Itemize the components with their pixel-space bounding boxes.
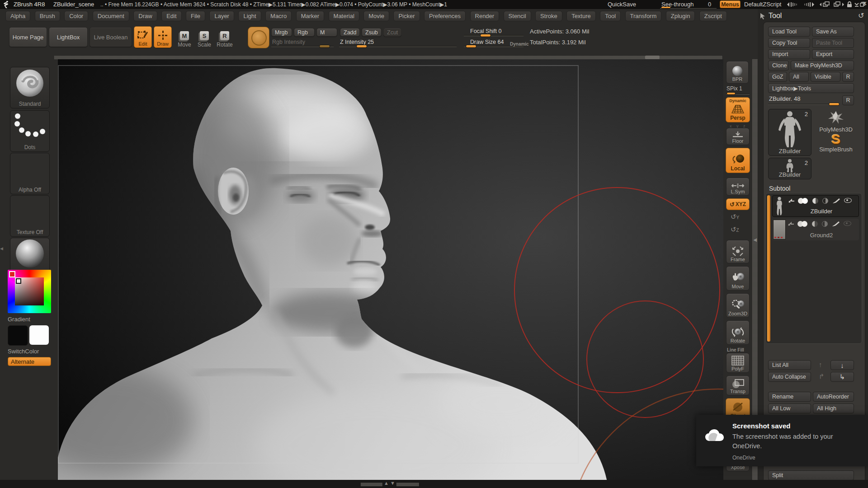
brush-preview[interactable] <box>248 27 269 48</box>
frame-button[interactable]: Frame <box>726 240 750 263</box>
split-button[interactable]: Split <box>768 470 854 480</box>
menu-stencil[interactable]: Stencil <box>504 11 531 21</box>
move-camera-button[interactable]: Move <box>726 266 750 291</box>
main-color-swatch[interactable] <box>8 325 28 346</box>
xyz-symmetry-button[interactable]: ↺ XYZ <box>726 198 750 210</box>
menu-tool[interactable]: Tool <box>600 11 621 21</box>
panel-pointer-icon[interactable] <box>760 13 766 20</box>
subtool-up-icon[interactable]: ↑ <box>819 361 822 368</box>
subtool-row-zbuilder[interactable]: ZBuilder <box>772 195 859 217</box>
zoom3d-button[interactable]: Zoom3D <box>726 293 750 318</box>
subtool2-shade-icon[interactable] <box>812 221 818 227</box>
spix-handle[interactable] <box>726 92 736 95</box>
lightbox-button[interactable]: LightBox <box>49 27 88 47</box>
zadd-button[interactable]: Zadd <box>340 28 360 37</box>
see-through-handle[interactable] <box>661 6 671 9</box>
zbuilder-r-button[interactable]: R <box>842 95 854 105</box>
mrgb-button[interactable]: Mrgb <box>271 28 292 37</box>
local-symmetry-button[interactable]: Local <box>726 148 750 173</box>
m-button[interactable]: M <box>316 28 337 37</box>
draw-size-dynamic-label[interactable]: Dynamic <box>510 42 529 47</box>
subtool2-radial-icon[interactable] <box>822 221 828 227</box>
current-alpha-thumbnail[interactable]: Alpha Off <box>10 153 50 194</box>
transp-button[interactable]: Transp <box>726 375 750 395</box>
menu-light[interactable]: Light <box>238 11 261 21</box>
tray-slider-left-icon[interactable] <box>787 2 800 7</box>
menu-edit[interactable]: Edit <box>161 11 181 21</box>
rgb-intensity-handle[interactable] <box>319 45 330 48</box>
simplebrush-tool[interactable]: S SimpleBrush <box>814 132 858 155</box>
subtool-redo-icon[interactable]: ↱ <box>819 372 825 380</box>
secondary-color-swatch[interactable] <box>29 325 49 345</box>
tray-slider-right-icon[interactable] <box>801 2 815 7</box>
menu-file[interactable]: File <box>186 11 205 21</box>
rotate-mode-button[interactable]: R Rotate <box>215 26 234 48</box>
subtool-shade-icon[interactable] <box>812 198 818 204</box>
menu-document[interactable]: Document <box>93 11 129 21</box>
draw-size-handle[interactable] <box>466 45 476 48</box>
menu-marker[interactable]: Marker <box>296 11 324 21</box>
live-boolean-button[interactable]: Live Boolean <box>90 27 132 47</box>
make-polymesh3d-button[interactable]: Make PolyMesh3D <box>791 61 854 70</box>
tool-reset-icon[interactable]: ↺ <box>858 11 864 20</box>
menu-draw[interactable]: Draw <box>133 11 157 21</box>
scale-mode-button[interactable]: S Scale <box>195 26 213 48</box>
lsym-button[interactable]: L.Sym <box>726 178 750 196</box>
edit-mode-button[interactable]: Edit <box>134 26 152 48</box>
subtool-radial-icon[interactable] <box>822 198 828 204</box>
menu-zplugin[interactable]: Zplugin <box>666 11 695 21</box>
draw-mode-button[interactable]: Draw <box>154 26 172 48</box>
polymesh3d-tool[interactable]: PolyMesh3D <box>814 111 858 131</box>
menu-preferences[interactable]: Preferences <box>424 11 466 21</box>
active-tool-thumbnail[interactable]: 2 ZBuilder <box>768 109 811 156</box>
paste-tool-button[interactable]: Paste Tool <box>812 38 854 48</box>
zbuilder-slider-handle[interactable] <box>829 103 840 106</box>
shelf-scrollbar[interactable] <box>54 56 722 59</box>
clone-button[interactable]: Clone <box>768 61 789 70</box>
subtool-visibility-eye-icon[interactable] <box>844 198 852 203</box>
menu-zscript[interactable]: Zscript <box>699 11 727 21</box>
menu-render[interactable]: Render <box>470 11 500 21</box>
move-mode-button[interactable]: M Move <box>175 26 193 48</box>
quicksave-button[interactable]: QuickSave <box>608 1 636 8</box>
zsub-button[interactable]: Zsub <box>362 28 382 37</box>
bpr-render-button[interactable]: BPR <box>726 61 749 84</box>
home-page-button[interactable]: Home Page <box>9 27 47 47</box>
subtool-branch-button[interactable]: ↳ <box>830 372 854 382</box>
load-tool-button[interactable]: Load Tool <box>768 27 810 37</box>
lock-icon[interactable] <box>846 1 853 8</box>
copy-tool-button[interactable]: Copy Tool <box>768 38 810 48</box>
switch-color-button[interactable]: SwitchColor <box>8 347 51 355</box>
subtool-row-ground2[interactable]: Ground2 <box>772 219 859 240</box>
import-button[interactable]: Import <box>768 49 810 59</box>
subtool-brush-icon[interactable] <box>832 198 840 204</box>
z-intensity-handle[interactable] <box>356 45 367 48</box>
alternate-button[interactable]: Alternate <box>8 357 51 366</box>
rgb-button[interactable]: Rgb <box>294 28 315 37</box>
gradient-toggle[interactable]: Gradient <box>8 315 51 323</box>
menu-transform[interactable]: Transform <box>625 11 662 21</box>
tray-open-up-icon[interactable]: ▲ <box>384 480 389 486</box>
bottom-scroll-right[interactable] <box>396 483 419 486</box>
floor-button[interactable]: Floor <box>726 128 750 145</box>
zcut-button[interactable]: Zcut <box>383 28 401 37</box>
bottom-scroll-left[interactable] <box>361 483 382 486</box>
close-window-icon[interactable]: × <box>863 0 867 8</box>
menu-movie[interactable]: Movie <box>363 11 389 21</box>
lightbox-tools-button[interactable]: Lightbox▶Tools <box>768 83 854 93</box>
minimize-icon[interactable] <box>854 2 859 7</box>
all-button[interactable]: All <box>789 72 809 82</box>
auto-reorder-button[interactable]: AutoReorder <box>813 392 854 402</box>
focal-shift-track[interactable] <box>464 35 524 36</box>
focal-shift-handle[interactable] <box>480 34 491 37</box>
sculpt-canvas[interactable] <box>58 59 723 480</box>
current-brush-thumbnail[interactable]: Standard <box>10 67 50 108</box>
left-tray-divider[interactable]: ◀ <box>0 246 3 251</box>
zbuilder2-tool-thumbnail[interactable]: 2 ZBuilder <box>768 158 811 179</box>
list-all-button[interactable]: List All <box>768 360 811 370</box>
shelf-scrollbar-handle[interactable] <box>645 56 660 59</box>
goz-button[interactable]: GoZ <box>768 72 787 82</box>
rotate-z-button[interactable]: ↺Z <box>731 225 739 234</box>
rotate-y-button[interactable]: ↺Y <box>731 213 739 221</box>
menu-alpha[interactable]: Alpha <box>5 11 30 21</box>
